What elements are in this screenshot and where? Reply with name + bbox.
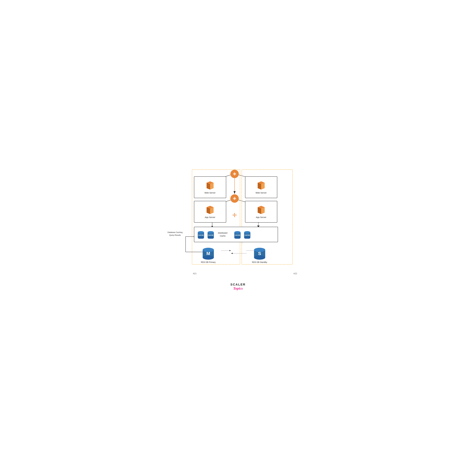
svg-point-83: [244, 231, 250, 234]
app-server-left: App Server: [194, 201, 226, 223]
az2-label: AZ2: [294, 272, 297, 275]
cache-item-2: CACHE: [207, 230, 215, 239]
app-server-right-label: App Server: [256, 216, 266, 218]
rds-primary: M RDS DB Primary: [201, 246, 216, 263]
svg-point-71: [198, 231, 204, 234]
distributed-cache-label: DistributedCache: [217, 232, 229, 237]
branding: SCALER Topics: [230, 283, 245, 290]
cache-item-4: CACHE: [243, 230, 251, 239]
rds-standby-icon: S: [253, 246, 266, 260]
cache-icon-4: CACHE: [243, 230, 251, 239]
lb-icon-middle: [232, 196, 237, 201]
aws-icon-web-right: [256, 181, 266, 191]
scaler-logo-text: SCALER: [230, 283, 245, 286]
page-wrapper: Web Server Web Server: [175, 163, 301, 290]
svg-marker-68: [232, 214, 233, 216]
cache-item-1: CACHE: [197, 230, 205, 239]
svg-marker-69: [236, 214, 237, 216]
svg-point-93: [254, 255, 265, 260]
top-load-balancer: [230, 170, 239, 178]
rds-standby-label: RDS DB Standby: [252, 261, 267, 263]
cache-icon-3: CACHE: [234, 230, 241, 239]
rds-primary-icon: M: [202, 246, 215, 260]
svg-text:M: M: [206, 251, 210, 256]
aws-icon-web-left: [205, 181, 215, 191]
rds-standby: S RDS DB Standby: [252, 246, 267, 263]
diagram-container: Web Server Web Server: [178, 163, 298, 277]
svg-text:CACHE: CACHE: [208, 234, 213, 236]
side-label: Database CachingQuery Results: [167, 231, 183, 236]
svg-marker-67: [234, 216, 235, 217]
svg-point-88: [203, 255, 214, 260]
svg-text:CACHE: CACHE: [198, 234, 203, 236]
app-mid-connector: [232, 212, 237, 218]
middle-load-balancer: [230, 194, 239, 203]
cache-icon-2: CACHE: [207, 230, 215, 239]
lb-icon-top: [232, 171, 237, 177]
app-server-right: App Server: [245, 201, 277, 223]
svg-point-79: [234, 231, 241, 234]
rds-primary-label: RDS DB Primary: [201, 261, 216, 263]
cache-section: CACHE CACHE DistributedCache: [194, 227, 278, 242]
app-server-left-label: App Server: [205, 216, 215, 218]
svg-text:CACHE: CACHE: [235, 234, 240, 236]
aws-icon-app-right: [256, 205, 266, 215]
aws-icon-app-left: [205, 205, 215, 215]
cache-item-3: CACHE: [234, 230, 241, 239]
web-server-right: Web Server: [245, 177, 277, 198]
cache-icon-1: CACHE: [197, 230, 205, 239]
svg-text:S: S: [258, 251, 261, 256]
az1-label: AZ1: [193, 272, 197, 275]
svg-point-75: [208, 231, 214, 234]
web-server-right-label: Web Server: [256, 191, 267, 194]
svg-text:CACHE: CACHE: [245, 234, 250, 236]
web-server-left-label: Web Server: [204, 191, 216, 194]
svg-marker-66: [234, 213, 235, 214]
web-server-left: Web Server: [194, 177, 226, 198]
topics-logo-text: Topics: [230, 286, 245, 290]
